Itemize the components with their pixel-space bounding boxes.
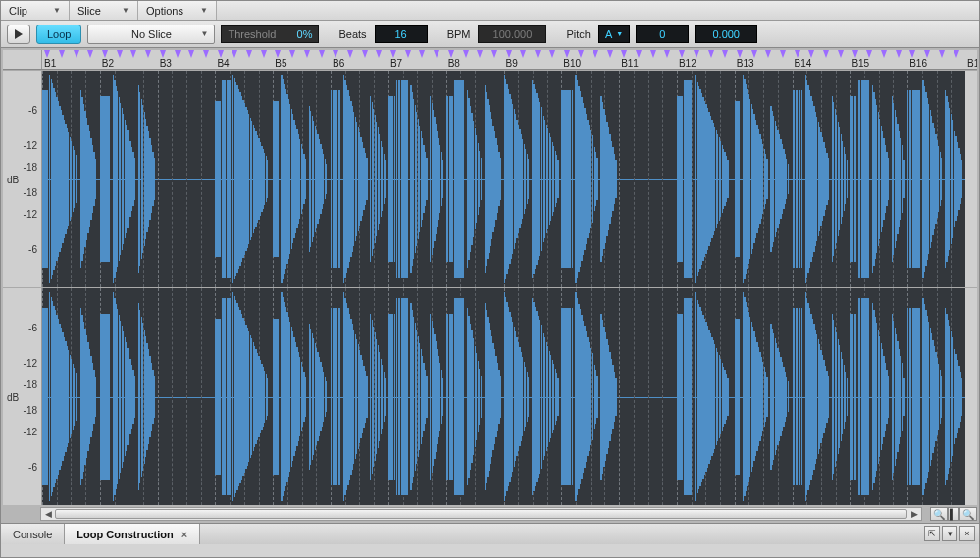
slice-marker[interactable]: [708, 50, 714, 58]
slice-marker[interactable]: [924, 50, 930, 58]
slice-marker[interactable]: [838, 50, 844, 58]
scroll-right-icon[interactable]: ▶: [907, 508, 921, 520]
scroll-thumb[interactable]: [55, 509, 907, 519]
slice-marker[interactable]: [130, 50, 136, 58]
slice-marker[interactable]: [607, 50, 613, 58]
waveform-canvas-left[interactable]: [42, 71, 965, 287]
slice-marker[interactable]: [319, 50, 325, 58]
slice-marker[interactable]: [636, 50, 642, 58]
scroll-left-icon[interactable]: ◀: [41, 508, 55, 520]
svg-marker-4: [87, 50, 93, 58]
slice-marker[interactable]: [232, 50, 237, 58]
tab-loop-construction[interactable]: Loop Construction ×: [65, 524, 200, 544]
slice-marker[interactable]: [289, 50, 295, 58]
slice-marker[interactable]: [477, 50, 483, 58]
slice-marker[interactable]: [664, 50, 670, 58]
slice-marker[interactable]: [780, 50, 786, 58]
horizontal-scrollbar[interactable]: ◀ ▶: [40, 507, 922, 521]
svg-marker-23: [362, 50, 368, 58]
menu-clip[interactable]: Clip ▼: [1, 1, 70, 20]
pitch-note-field[interactable]: A ▼: [598, 25, 630, 43]
slice-marker[interactable]: [87, 50, 93, 58]
play-button[interactable]: [7, 25, 30, 44]
slice-marker[interactable]: [275, 50, 281, 58]
slice-marker[interactable]: [650, 50, 656, 58]
slice-marker[interactable]: [564, 50, 570, 58]
slice-marker[interactable]: [866, 50, 872, 58]
slice-marker[interactable]: [175, 50, 181, 58]
menu-slice[interactable]: Slice ▼: [70, 1, 138, 20]
threshold-value: 0%: [297, 28, 313, 40]
slice-marker[interactable]: [218, 50, 224, 58]
slice-marker[interactable]: [376, 50, 382, 58]
slice-marker[interactable]: [102, 50, 108, 58]
dock-button[interactable]: ⇱: [924, 526, 940, 541]
slice-marker[interactable]: [160, 50, 166, 58]
slice-marker[interactable]: [203, 50, 209, 58]
slice-marker[interactable]: [434, 50, 439, 58]
slice-marker[interactable]: [333, 50, 338, 58]
ruler[interactable]: B1B2B3B4B5B6B7B8B9B10B11B12B13B14B15B16B…: [3, 50, 977, 70]
slice-marker[interactable]: [808, 50, 814, 58]
slice-marker[interactable]: [246, 50, 252, 58]
tab-console[interactable]: Console: [1, 524, 65, 544]
scroll-track[interactable]: [55, 508, 907, 520]
slice-marker[interactable]: [737, 50, 743, 58]
slice-marker[interactable]: [593, 50, 598, 58]
zoom-in-button[interactable]: 🔍: [959, 507, 977, 521]
menu-options[interactable]: Options ▼: [138, 1, 217, 20]
slice-marker[interactable]: [491, 50, 497, 58]
slice-marker[interactable]: [909, 50, 915, 58]
slice-marker[interactable]: [896, 50, 902, 58]
slice-marker[interactable]: [448, 50, 454, 58]
slice-marker[interactable]: [694, 50, 699, 58]
slice-marker[interactable]: [954, 50, 959, 58]
slice-marker[interactable]: [621, 50, 627, 58]
close-icon[interactable]: ×: [181, 529, 187, 540]
threshold-field[interactable]: Threshold 0%: [221, 25, 319, 43]
zoom-slider[interactable]: ▍: [948, 507, 959, 521]
slice-marker[interactable]: [59, 50, 65, 58]
slice-marker[interactable]: [549, 50, 555, 58]
bpm-field[interactable]: 100.000: [478, 25, 546, 43]
slice-marker[interactable]: [823, 50, 829, 58]
slice-marker[interactable]: [390, 50, 396, 58]
slice-marker[interactable]: [722, 50, 728, 58]
waveform-canvas-right[interactable]: [42, 288, 965, 505]
slice-marker[interactable]: [679, 50, 685, 58]
beats-field[interactable]: 16: [375, 25, 428, 43]
svg-marker-29: [448, 50, 454, 58]
slice-marker[interactable]: [463, 50, 469, 58]
slice-marker[interactable]: [535, 50, 541, 58]
zoom-out-button[interactable]: 🔍: [930, 507, 948, 521]
slice-marker[interactable]: [795, 50, 800, 58]
close-panel-button[interactable]: ×: [959, 526, 975, 541]
slice-marker[interactable]: [881, 50, 887, 58]
slice-marker[interactable]: [74, 50, 79, 58]
loop-button[interactable]: Loop: [36, 25, 81, 44]
slice-marker[interactable]: [939, 50, 945, 58]
slice-marker[interactable]: [506, 50, 512, 58]
slice-marker[interactable]: [362, 50, 368, 58]
slice-marker[interactable]: [405, 50, 411, 58]
slice-marker[interactable]: [520, 50, 526, 58]
slice-marker[interactable]: [347, 50, 353, 58]
slice-marker[interactable]: [751, 50, 757, 58]
slice-marker[interactable]: [188, 50, 194, 58]
slice-marker[interactable]: [852, 50, 858, 58]
slice-marker[interactable]: [261, 50, 267, 58]
slice-marker[interactable]: [145, 50, 151, 58]
svg-marker-1: [44, 50, 50, 58]
menu-button[interactable]: ▾: [942, 526, 957, 541]
svg-marker-64: [954, 50, 959, 58]
slice-marker[interactable]: [304, 50, 310, 58]
slice-marker[interactable]: [578, 50, 584, 58]
slice-mode-select[interactable]: No Slice ▼: [87, 25, 215, 44]
slice-marker[interactable]: [419, 50, 425, 58]
pitch-semitone-field[interactable]: 0: [636, 25, 689, 43]
beat-label: B2: [102, 58, 114, 69]
slice-marker[interactable]: [117, 50, 123, 58]
slice-marker[interactable]: [44, 50, 50, 58]
slice-marker[interactable]: [765, 50, 771, 58]
pitch-fine-field[interactable]: 0.000: [695, 25, 757, 43]
